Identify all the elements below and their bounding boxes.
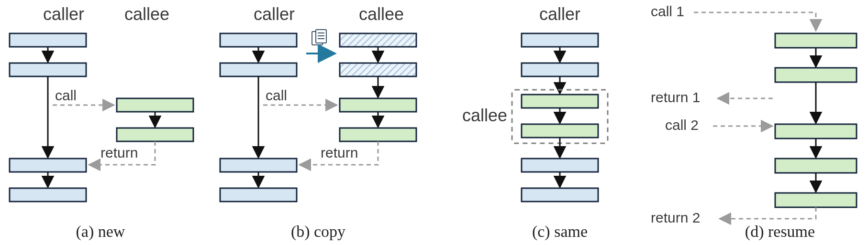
callee-block xyxy=(775,33,857,48)
caller-block xyxy=(10,159,86,172)
panel-b-caller-col xyxy=(220,33,297,202)
panel-d-stack xyxy=(775,33,857,207)
panel-b-call-label: call xyxy=(266,87,287,103)
callee-block xyxy=(775,193,857,207)
callee-block xyxy=(775,68,857,82)
callee-copied-block xyxy=(340,33,416,47)
callee-block xyxy=(117,98,193,112)
callee-block xyxy=(775,159,857,173)
panel-b-caller-header: caller xyxy=(254,4,295,24)
panel-d-return2-label: return 2 xyxy=(651,210,700,225)
callee-block xyxy=(340,128,416,141)
caller-block xyxy=(522,33,598,47)
caller-block xyxy=(10,188,86,202)
callee-block xyxy=(522,124,598,138)
caller-block xyxy=(10,33,86,47)
caller-block xyxy=(220,63,297,76)
callee-block xyxy=(340,98,416,112)
panel-d-return1-label: return 1 xyxy=(651,89,700,105)
callee-block xyxy=(522,95,598,108)
caller-block xyxy=(220,188,297,202)
caller-block xyxy=(522,159,598,172)
caller-block xyxy=(522,63,598,76)
call1-arrow xyxy=(694,12,816,31)
copy-icon xyxy=(312,30,326,45)
caller-block xyxy=(220,33,297,47)
panel-b-callee-header: callee xyxy=(359,4,404,24)
panel-a-caption: (a) new xyxy=(76,223,125,241)
panel-d-caption: (d) resume xyxy=(745,223,815,241)
panel-a-return-label: return xyxy=(100,145,138,160)
panel-a-call-label: call xyxy=(55,87,77,103)
panel-c-caption: (c) same xyxy=(532,223,588,241)
diagram-root: caller callee call return (a) new caller xyxy=(0,0,868,245)
panel-a-callee-header: callee xyxy=(124,4,169,24)
panel-b-callee-col xyxy=(340,33,416,141)
panel-d: call 1 return 1 call 2 return 2 (d) resu… xyxy=(651,3,857,241)
caller-block xyxy=(220,159,297,172)
panel-d-call1-label: call 1 xyxy=(651,3,684,19)
panel-a-caller-col xyxy=(10,33,86,202)
caller-block xyxy=(522,188,598,202)
caller-block xyxy=(10,63,86,76)
panel-b-return-label: return xyxy=(321,145,358,160)
callee-copied-block xyxy=(340,63,416,76)
panel-c: caller callee (c) same xyxy=(462,4,608,241)
panel-c-callee-header: callee xyxy=(462,106,507,125)
panel-b-caption: (b) copy xyxy=(291,223,345,241)
panel-b: caller callee xyxy=(220,4,416,241)
panel-d-call2-label: call 2 xyxy=(665,117,699,133)
panel-c-stack: callee xyxy=(462,33,608,202)
panel-a-caller-header: caller xyxy=(43,4,84,24)
callee-block xyxy=(117,128,193,141)
panel-a-callee-col xyxy=(117,98,193,141)
return2-arrow xyxy=(720,207,816,219)
callee-block xyxy=(775,124,857,138)
panel-a: caller callee call return (a) new xyxy=(10,4,193,241)
panel-c-caller-header: caller xyxy=(539,4,580,24)
